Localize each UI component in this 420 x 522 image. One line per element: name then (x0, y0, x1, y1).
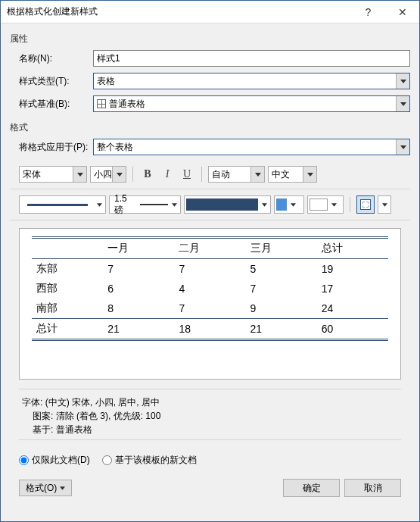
dialog-create-style-from-formatting: 根据格式化创建新样式 ? ✕ 属性 名称(N): 样式类型(T): 表格 样式基… (0, 0, 420, 522)
close-button[interactable]: ✕ (385, 1, 419, 23)
chevron-down-icon (73, 167, 86, 182)
section-properties: 属性 (10, 33, 410, 45)
table-row: 东部77519 (32, 259, 388, 280)
cancel-button[interactable]: 取消 (344, 479, 401, 497)
table-header-cell: 三月 (246, 238, 317, 259)
separator (201, 167, 202, 182)
fill-swatch-icon (276, 198, 287, 211)
dialog-footer: 格式(O) 确定 取消 (10, 474, 410, 505)
radio-doc-only[interactable]: 仅限此文档(D) (19, 454, 90, 467)
line-sample-icon (27, 204, 88, 206)
table-header-cell: 一月 (103, 238, 174, 259)
desc-line: 图案: 清除 (着色 3), 优先级: 100 (22, 409, 398, 423)
chevron-down-icon (303, 167, 316, 182)
color-swatch-icon (186, 198, 258, 211)
ok-button[interactable]: 确定 (283, 479, 340, 497)
style-type-dropdown[interactable]: 表格 (93, 73, 410, 89)
border-icon (360, 199, 371, 210)
line-weight-dropdown[interactable]: 1.5 磅 (109, 195, 181, 214)
name-input[interactable] (93, 50, 410, 67)
radio-template[interactable]: 基于该模板的新文档 (102, 454, 197, 467)
table-row: 南部87924 (32, 299, 388, 319)
fontcolor-dropdown[interactable]: 自动 (208, 166, 265, 183)
type-label: 样式类型(T): (10, 75, 93, 88)
chevron-down-icon (396, 96, 409, 111)
chevron-down-icon (250, 167, 264, 182)
close-icon: ✕ (398, 6, 407, 18)
border-toolbar: 1.5 磅 (10, 189, 410, 220)
titlebar: 根据格式化创建新样式 ? ✕ (1, 1, 419, 23)
table-header-cell (32, 238, 103, 259)
chevron-down-icon (329, 202, 338, 208)
based-on-dropdown[interactable]: 普通表格 (93, 95, 410, 112)
border-color-dropdown[interactable] (184, 195, 271, 214)
based-on-label: 样式基准(B): (10, 98, 93, 111)
table-total-row: 总计21182160 (32, 319, 388, 340)
no-color-icon (310, 198, 328, 211)
line-style-dropdown[interactable] (19, 195, 106, 214)
no-fill-dropdown[interactable] (307, 195, 344, 214)
scope-radios: 仅限此文档(D) 基于该模板的新文档 (19, 454, 401, 467)
bold-button[interactable]: B (139, 166, 156, 183)
weight-sample-icon (140, 204, 168, 205)
desc-line: 基于: 普通表格 (22, 423, 398, 436)
underline-button[interactable]: U (179, 166, 195, 183)
chevron-down-icon (170, 202, 179, 208)
chevron-down-icon (95, 202, 104, 208)
dialog-title: 根据格式化创建新样式 (7, 5, 351, 18)
table-row: 西部64717 (32, 279, 388, 299)
chevron-down-icon (396, 73, 409, 89)
table-header-row: 一月 二月 三月 总计 (32, 238, 388, 259)
font-dropdown[interactable]: 宋体 (19, 166, 87, 183)
italic-button[interactable]: I (159, 166, 176, 183)
name-label: 名称(N): (10, 52, 93, 65)
help-button[interactable]: ? (351, 1, 385, 23)
chevron-down-icon (396, 139, 409, 155)
table-header-cell: 总计 (317, 238, 388, 259)
table-header-cell: 二月 (174, 238, 245, 259)
fontsize-dropdown[interactable]: 小四 (90, 166, 126, 183)
lang-dropdown[interactable]: 中文 (268, 166, 317, 183)
style-description: 字体: (中文) 宋体, 小四, 居中, 居中 图案: 清除 (着色 3), 优… (19, 389, 401, 440)
sample-table: 一月 二月 三月 总计 东部77519 西部64717 南部87924 总计21… (32, 236, 388, 341)
format-menu-button[interactable]: 格式(O) (19, 480, 72, 496)
section-format: 格式 (10, 121, 410, 134)
apply-to-label: 将格式应用于(P): (10, 141, 93, 154)
separator (350, 197, 350, 212)
apply-to-dropdown[interactable]: 整个表格 (93, 139, 410, 155)
apply-border-button[interactable] (356, 195, 375, 214)
chevron-down-icon (260, 202, 269, 208)
chevron-down-icon (112, 167, 126, 182)
fill-color-dropdown[interactable] (274, 195, 304, 214)
table-icon (97, 99, 106, 108)
chevron-down-icon (288, 202, 297, 208)
preview-pane: 一月 二月 三月 总计 东部77519 西部64717 南部87924 总计21… (19, 228, 401, 380)
apply-border-menu[interactable] (378, 195, 391, 214)
separator (132, 167, 133, 182)
desc-line: 字体: (中文) 宋体, 小四, 居中, 居中 (22, 395, 398, 409)
font-toolbar: 宋体 小四 B I U 自动 中文 (10, 166, 410, 183)
dialog-content: 属性 名称(N): 样式类型(T): 表格 样式基准(B): 普通表格 (1, 23, 419, 521)
chevron-down-icon (60, 486, 65, 491)
chevron-down-icon (380, 202, 389, 208)
